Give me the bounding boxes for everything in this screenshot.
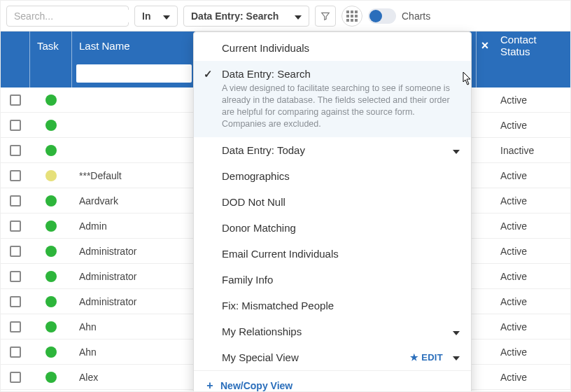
view-option[interactable]: Demographics — [194, 163, 471, 189]
edit-label: EDIT — [421, 352, 443, 363]
row-task-cell — [30, 94, 72, 106]
view-option[interactable]: Data Entry: SearchA view designed to fac… — [194, 61, 471, 137]
new-copy-view[interactable]: +New/Copy View — [194, 370, 471, 393]
grid-view-button[interactable] — [341, 6, 362, 27]
plus-icon: + — [205, 379, 215, 392]
status-dot — [45, 145, 57, 156]
view-option[interactable]: My Special View★EDIT — [194, 344, 471, 370]
close-icon[interactable]: × — [481, 31, 489, 59]
view-option-label: My Special View — [222, 351, 299, 363]
chevron-down-icon — [453, 326, 460, 337]
row-checkbox-cell — [1, 346, 30, 358]
app: In Data Entry: Search Charts Task — [0, 0, 571, 392]
checkbox[interactable] — [10, 195, 21, 206]
col-label: Last Name — [72, 31, 196, 59]
checkbox[interactable] — [10, 346, 21, 358]
row-contact-status: Active — [493, 372, 570, 383]
view-option[interactable]: Donor Matching — [194, 215, 471, 241]
status-dot — [45, 372, 57, 383]
row-last-name: Administrator — [72, 296, 197, 307]
row-contact-status: Active — [493, 296, 570, 307]
col-contact-status[interactable]: Contact Status — [493, 31, 570, 88]
checkbox[interactable] — [10, 296, 21, 307]
status-dot — [45, 321, 57, 332]
row-task-cell — [30, 296, 72, 307]
row-task-cell — [30, 145, 72, 156]
row-task-cell — [30, 246, 72, 257]
checkbox[interactable] — [10, 246, 21, 257]
row-last-name: Ahn — [72, 321, 197, 332]
row-last-name: Admin — [72, 220, 197, 232]
view-option[interactable]: Current Individuals — [194, 35, 471, 61]
status-dot — [45, 195, 57, 206]
row-contact-status: Active — [493, 120, 570, 131]
charts-label: Charts — [402, 10, 430, 22]
row-last-name: Administrator — [72, 246, 197, 257]
view-option[interactable]: DOD Not Null — [194, 189, 471, 215]
filter-last-name[interactable] — [76, 64, 192, 83]
view-option-label: DOD Not Null — [222, 196, 286, 208]
view-option[interactable]: Email Current Individuals — [194, 241, 471, 267]
checkbox[interactable] — [10, 321, 21, 332]
row-checkbox-cell — [1, 271, 30, 282]
row-contact-status: Active — [493, 246, 570, 257]
checkbox[interactable] — [10, 271, 21, 282]
view-option-label: Current Individuals — [222, 42, 309, 54]
chevron-down-icon — [163, 10, 170, 22]
checkbox[interactable] — [10, 372, 21, 383]
search-input[interactable] — [13, 10, 138, 22]
checkbox[interactable] — [10, 220, 21, 232]
row-last-name: Ahn — [72, 346, 197, 358]
row-contact-status: Active — [493, 321, 570, 332]
row-checkbox-cell — [1, 321, 30, 332]
view-option-label: My Relationships — [222, 326, 302, 337]
scope-dropdown[interactable]: In — [134, 6, 178, 27]
row-contact-status: Inactive — [493, 145, 570, 156]
view-option-label: Email Current Individuals — [222, 248, 339, 260]
col-last-name[interactable]: Last Name — [72, 31, 197, 88]
checkbox[interactable] — [10, 120, 21, 131]
row-task-cell — [30, 195, 72, 206]
star-icon: ★ — [410, 352, 418, 363]
row-contact-status: Active — [493, 94, 570, 106]
checkbox[interactable] — [10, 170, 21, 181]
view-option-label: Family Info — [222, 274, 273, 286]
row-last-name: Administrator — [72, 271, 197, 282]
search-box[interactable] — [6, 6, 129, 27]
row-contact-status: Active — [493, 170, 570, 181]
row-last-name: Aardvark — [72, 195, 197, 206]
status-dot — [45, 296, 57, 307]
row-last-name: Alex — [72, 372, 197, 383]
checkbox[interactable] — [10, 145, 21, 156]
row-task-cell — [30, 120, 72, 131]
status-dot — [45, 94, 57, 106]
view-option[interactable]: Fix: Mismatched People — [194, 293, 471, 318]
col-remove[interactable]: × — [477, 31, 493, 88]
checkbox[interactable] — [10, 94, 21, 106]
view-label: Data Entry: Search — [191, 10, 279, 22]
view-option[interactable]: My Relationships — [194, 318, 471, 344]
chevron-down-icon — [453, 352, 460, 363]
grid-icon — [346, 10, 358, 22]
row-task-cell — [30, 346, 72, 358]
status-dot — [45, 120, 57, 131]
row-checkbox-cell — [1, 120, 30, 131]
view-option[interactable]: Family Info — [194, 267, 471, 293]
filter-button[interactable] — [315, 6, 336, 27]
view-option-label: Demographics — [222, 170, 290, 182]
edit-view-link[interactable]: ★EDIT — [410, 352, 460, 363]
col-task[interactable]: Task — [30, 31, 72, 88]
toggle-knob — [369, 10, 382, 22]
row-checkbox-cell — [1, 372, 30, 383]
new-copy-label: New/Copy View — [220, 380, 292, 391]
view-option-label: Fix: Mismatched People — [222, 300, 334, 312]
row-checkbox-cell — [1, 220, 30, 232]
view-dropdown[interactable]: Data Entry: Search — [183, 6, 309, 27]
row-task-cell — [30, 271, 72, 282]
row-checkbox-cell — [1, 170, 30, 181]
row-checkbox-cell — [1, 296, 30, 307]
charts-toggle[interactable] — [368, 8, 396, 24]
view-option[interactable]: Data Entry: Today — [194, 137, 471, 163]
row-checkbox-cell — [1, 94, 30, 106]
row-last-name: ***Default — [72, 170, 197, 181]
